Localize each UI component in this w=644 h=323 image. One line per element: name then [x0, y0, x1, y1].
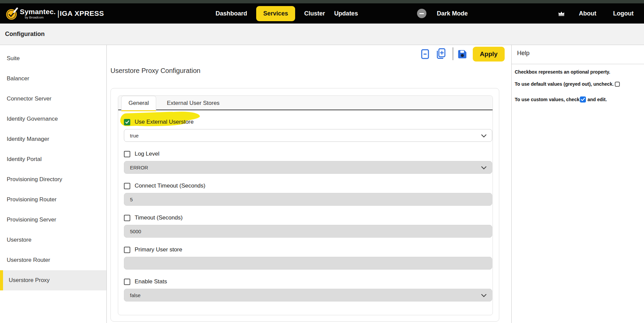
input-primary-user-store	[124, 257, 492, 270]
sidebar-item-identity-manager[interactable]: Identity Manager	[0, 129, 106, 149]
page: Symantec. by Broadcom | IGA XPRESS Dashb…	[0, 0, 644, 323]
sidebar-item-identity-governance[interactable]: Identity Governance	[0, 109, 106, 129]
input-timeout	[124, 225, 492, 238]
config-tab-card: General External User Stores Use Externa…	[118, 95, 493, 315]
field-label: Log Level	[135, 151, 159, 157]
brand-product-wrap: | IGA XPRESS	[57, 9, 104, 18]
brand-name: Symantec.	[20, 8, 56, 15]
help-panel: Help Checkbox represents an optional pro…	[511, 45, 644, 323]
sidebar-item-suite[interactable]: Suite	[0, 48, 106, 69]
select-value: true	[130, 133, 139, 138]
sidebar: Suite Balancer Connector Server Identity…	[0, 45, 107, 323]
brand: Symantec. by Broadcom | IGA XPRESS	[5, 3, 104, 24]
field-row-connect-timeout: Connect Timeout (Seconds)	[124, 183, 493, 189]
top-strip	[0, 0, 644, 3]
config-card: General External User Stores Use Externa…	[110, 88, 499, 322]
brand-product: IGA XPRESS	[60, 9, 104, 17]
nav-right: About Logout	[558, 3, 634, 24]
select-use-external-userstore[interactable]: true	[124, 129, 492, 142]
brand-separator: |	[57, 9, 59, 18]
nav-item-cluster[interactable]: Cluster	[304, 10, 325, 17]
field-row-enable-stats: Enable Stats	[124, 278, 493, 285]
select-enable-stats: false	[124, 289, 492, 301]
brand-text: Symantec. by Broadcom	[20, 8, 56, 19]
select-value: false	[130, 292, 141, 298]
help-note-default-values: To use default values (greyed out), unch…	[515, 81, 642, 87]
chevron-down-icon	[481, 166, 487, 169]
select-log-level: ERROR	[124, 161, 492, 174]
save-icon[interactable]	[458, 50, 467, 58]
top-navbar: Symantec. by Broadcom | IGA XPRESS Dashb…	[0, 3, 644, 24]
field-row-timeout: Timeout (Seconds)	[124, 214, 493, 221]
nav-item-services[interactable]: Services	[256, 6, 295, 21]
sidebar-item-provisioning-directory[interactable]: Provisioning Directory	[0, 169, 106, 190]
input-connect-timeout	[124, 193, 492, 206]
checkbox-use-external-userstore[interactable]	[124, 119, 130, 125]
sidebar-item-userstore-router[interactable]: Userstore Router	[0, 250, 106, 270]
field-row-log-level: Log Level	[124, 151, 493, 157]
field-label: Use External Userstore	[135, 119, 194, 125]
help-note-custom-values: To use custom values, checkand edit.	[515, 96, 642, 103]
sidebar-item-identity-portal[interactable]: Identity Portal	[0, 149, 106, 169]
view-config-document-icon[interactable]	[421, 49, 429, 59]
help-divider	[512, 64, 644, 64]
nav-item-updates[interactable]: Updates	[334, 10, 358, 17]
breadcrumb: Configuration	[5, 31, 45, 38]
dark-mode-label: Dark Mode	[437, 10, 468, 17]
tab-external-user-stores[interactable]: External User Stores	[164, 96, 223, 110]
sidebar-item-provisioning-router[interactable]: Provisioning Router	[0, 190, 106, 210]
field-label: Primary User store	[135, 246, 182, 253]
check-icon	[125, 120, 130, 124]
checkbox-log-level[interactable]	[124, 151, 130, 157]
sidebar-item-userstore-proxy[interactable]: Userstore Proxy	[0, 270, 106, 290]
field-row-primary-user-store: Primary User store	[124, 246, 493, 253]
checkbox-enable-stats[interactable]	[124, 279, 130, 285]
help-text: To use default values (greyed out), unch…	[515, 81, 614, 87]
checkbox-connect-timeout[interactable]	[124, 183, 130, 189]
nav-menu: Dashboard Services Cluster Updates	[216, 3, 358, 24]
toolbar-divider	[453, 47, 453, 60]
help-title: Help	[517, 50, 530, 57]
unchecked-checkbox-icon	[615, 82, 620, 87]
select-value: ERROR	[130, 165, 148, 170]
field-label: Timeout (Seconds)	[135, 214, 183, 221]
tab-strip: General External User Stores	[118, 96, 493, 110]
about-button[interactable]: About	[579, 10, 596, 17]
help-text: and edit.	[588, 97, 607, 102]
help-text: To use custom values, check	[515, 97, 580, 102]
chevron-down-icon	[481, 294, 487, 297]
sidebar-item-connector-server[interactable]: Connector Server	[0, 89, 106, 109]
help-note-optional-property: Checkbox represents an optional property…	[515, 69, 642, 75]
dark-mode-toggle[interactable]	[417, 9, 426, 18]
sidebar-item-userstore[interactable]: Userstore	[0, 230, 106, 250]
checked-checkbox-icon	[580, 96, 586, 103]
field-row-use-external-userstore: Use External Userstore	[124, 119, 493, 125]
crown-icon[interactable]	[558, 11, 565, 16]
apply-button[interactable]: Apply	[473, 47, 505, 62]
chevron-down-icon	[481, 134, 487, 137]
breadcrumb-bar: Configuration	[0, 24, 644, 45]
checkbox-primary-user-store[interactable]	[124, 247, 130, 253]
page-title: Userstore Proxy Configuration	[110, 67, 200, 75]
field-label: Enable Stats	[135, 278, 167, 285]
nav-item-dashboard[interactable]: Dashboard	[216, 10, 247, 17]
tab-general[interactable]: General	[121, 96, 156, 111]
brand-byline: by Broadcom	[25, 16, 56, 19]
minus-icon	[419, 13, 424, 14]
dark-mode-control: Dark Mode	[417, 3, 468, 24]
field-label: Connect Timeout (Seconds)	[135, 183, 205, 189]
logout-button[interactable]: Logout	[613, 10, 634, 17]
checkbox-timeout[interactable]	[124, 215, 130, 221]
sidebar-item-provisioning-server[interactable]: Provisioning Server	[0, 210, 106, 230]
help-text: Checkbox represents an optional property…	[515, 69, 610, 75]
sidebar-item-balancer[interactable]: Balancer	[0, 69, 106, 89]
copy-config-document-icon[interactable]	[435, 48, 446, 59]
symantec-logo-icon	[5, 7, 18, 20]
